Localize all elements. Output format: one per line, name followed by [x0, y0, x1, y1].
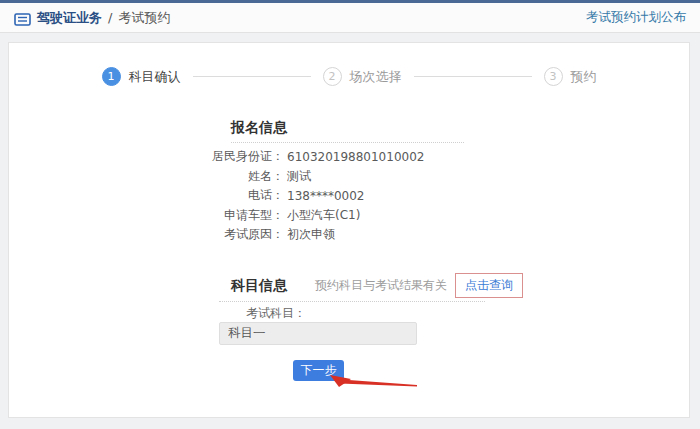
step-1-badge: 1 — [102, 67, 121, 86]
step-1-label: 科目确认 — [129, 68, 181, 86]
registration-fields: 居民身份证： 610320198801010002 姓名： 测试 电话： 138… — [159, 147, 579, 245]
subject-section-title: 科目信息 — [231, 277, 287, 295]
breadcrumb-separator: / — [108, 10, 112, 25]
field-value: 测试 — [287, 168, 311, 185]
field-label: 居民身份证： — [159, 148, 284, 165]
section-divider — [231, 142, 464, 143]
step-connector — [414, 76, 532, 77]
field-row-name: 姓名： 测试 — [159, 167, 579, 187]
step-connector — [193, 76, 311, 77]
subject-section-header: 科目信息 预约科目与考试结果有关 点击查询 — [231, 273, 661, 298]
step-wizard: 1 科目确认 2 场次选择 3 预约 — [9, 67, 689, 86]
breadcrumb: 驾驶证业务 / 考试预约 — [14, 9, 170, 27]
registration-section-title: 报名信息 — [231, 119, 287, 137]
exam-subject-label: 考试科目： — [246, 305, 306, 322]
field-value: 138****0002 — [287, 189, 364, 203]
field-row-exam-reason: 考试原因： 初次申领 — [159, 225, 579, 245]
field-row-phone: 电话： 138****0002 — [159, 186, 579, 206]
field-value: 初次申领 — [287, 226, 335, 243]
field-value: 610320198801010002 — [287, 150, 424, 164]
field-label: 姓名： — [159, 168, 284, 185]
section-divider — [219, 301, 485, 302]
exam-plan-link[interactable]: 考试预约计划公布 — [586, 9, 686, 26]
breadcrumb-section[interactable]: 驾驶证业务 — [37, 9, 102, 27]
step-2-label: 场次选择 — [350, 68, 402, 86]
exam-subject-input[interactable] — [219, 322, 417, 345]
field-label: 电话： — [159, 187, 284, 204]
step-subject-confirm: 1 科目确认 — [102, 67, 181, 86]
step-2-badge: 2 — [323, 67, 342, 86]
step-3-label: 预约 — [571, 68, 597, 86]
query-result-link[interactable]: 点击查询 — [455, 273, 523, 298]
next-step-button[interactable]: 下一步 — [293, 360, 344, 381]
field-label: 申请车型： — [159, 207, 284, 224]
breadcrumb-current: 考试预约 — [118, 9, 170, 27]
step-3-badge: 3 — [544, 67, 563, 86]
field-row-id-card: 居民身份证： 610320198801010002 — [159, 147, 579, 167]
header-bar: 驾驶证业务 / 考试预约 考试预约计划公布 — [0, 0, 700, 33]
subject-note: 预约科目与考试结果有关 — [315, 277, 447, 294]
field-label: 考试原因： — [159, 226, 284, 243]
form-list-icon — [14, 11, 31, 24]
field-row-vehicle-type: 申请车型： 小型汽车(C1) — [159, 206, 579, 226]
step-reserve: 3 预约 — [544, 67, 597, 86]
main-panel: 1 科目确认 2 场次选择 3 预约 报名信息 居民身份证： 610320198… — [8, 42, 690, 418]
field-value: 小型汽车(C1) — [287, 207, 360, 224]
step-session-select: 2 场次选择 — [323, 67, 402, 86]
